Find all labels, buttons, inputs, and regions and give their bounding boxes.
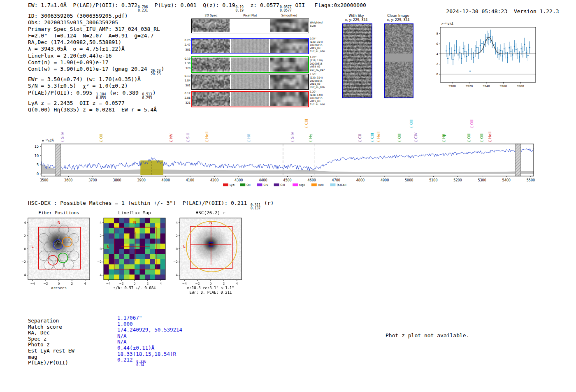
text-segment: LineFlux = 2.20(±0.44)e-16 (28, 53, 112, 59)
text-segment: 18.33(18.15,18.54)R (117, 351, 176, 357)
data-point (458, 54, 459, 56)
axis-tick-label: 4300 (235, 179, 243, 182)
text-segment: Cont(n) = 1.90(±0.09)e-17 (28, 59, 109, 65)
emission-line-label: { CIV (414, 132, 418, 142)
data-point (504, 48, 505, 49)
match-row-value: N/A (117, 339, 182, 345)
axis-tick-label: 2 (71, 282, 73, 285)
compass-east-label: E (107, 244, 109, 248)
emission-line-label: { NV (169, 133, 173, 142)
axis-tick-label: −2 (21, 260, 26, 264)
pixel-flat-image (231, 92, 269, 106)
axis-tick-label: 3700 (88, 179, 97, 182)
smoothed-image (270, 19, 308, 32)
axis-tick-label: 0 (24, 247, 26, 251)
cutout-row-scale-labels: 0.191.38320 (180, 57, 190, 71)
axis-tick-label: −4 (21, 273, 26, 277)
data-point (487, 37, 488, 38)
sup-sub-value: 0.3110.137 (251, 204, 260, 211)
legend-swatch (330, 183, 335, 186)
full-spectrum-chart: 3500360037003800390040004100420043004400… (25, 110, 560, 197)
cutout-row-annotation: 1.20"(228, 149)20200315v015_03317_RL_016 (310, 90, 335, 106)
info-line: LineFlux = 2.20(±0.44)e-16 (28, 53, 164, 59)
match-row-value: 18.33(18.15,18.54)R (117, 351, 182, 357)
emission-line-label: { HeII (488, 132, 492, 142)
emission-line-label: { OIII (480, 132, 484, 142)
axis-tick-label: −4 (97, 273, 102, 277)
data-point (511, 51, 512, 52)
axis-tick-label: 3500 (40, 179, 48, 182)
axis-tick-label: 2 (176, 234, 178, 238)
data-point (466, 56, 467, 57)
2d-spec-image (192, 39, 230, 53)
match-row-value: 0.212 0.3360.14 (117, 357, 182, 363)
text-segment: 1.17067" (117, 315, 142, 321)
axis-tick-label: −2 (97, 260, 102, 264)
info-line: F=2.0" T=0.124 N=2.07 A=0.91 g=24.7 (28, 32, 164, 39)
cutout-row-annotation: 1.25"(228, 158)20200315v035_02317_RL_017 (310, 56, 335, 72)
text-segment: 1.000 (117, 321, 133, 327)
legend-label: CIV (263, 183, 268, 187)
data-point (500, 50, 502, 51)
emission-line-label: { CIII (304, 119, 309, 128)
axis-tick-label: −4 (173, 273, 178, 277)
legend-label: Lyα (230, 183, 235, 187)
match-row-label: Spec z (28, 336, 74, 342)
smoothed-image (270, 58, 308, 72)
info-line: λ = 3943.05Å σ = 4.75(±1.22)Å (28, 46, 164, 52)
smoothed-image (270, 75, 308, 89)
pixel-flat-image (231, 39, 269, 53)
text-segment: P(Lyα): 0.001 Q(z): 0.19 (148, 2, 235, 8)
spectrum-line (41, 148, 533, 170)
axis-tick-label: 5400 (502, 179, 511, 182)
fiber-circle (64, 242, 74, 252)
axis-tick-label: 4 (160, 282, 162, 285)
smoothed-image (270, 39, 308, 53)
data-point (459, 52, 460, 53)
axis-tick-label: −4 (106, 282, 111, 285)
text-segment: λ = 3943.05Å σ = 4.75(±1.22)Å (28, 46, 125, 52)
axis-tick-label: 0 (100, 247, 102, 251)
data-point (480, 45, 481, 46)
legend-swatch (240, 183, 245, 186)
emission-line-label: { OIII (470, 118, 474, 128)
text-segment: z: 0.0577 (244, 2, 279, 8)
data-point (516, 49, 517, 50)
legend-swatch (293, 183, 298, 186)
data-point (485, 40, 486, 41)
sup-sub-value: 0.5130.293 (142, 93, 152, 100)
emission-line-label: { OIII (397, 132, 402, 142)
cutout-row-scale-labels: 0.122.86321 (180, 91, 190, 105)
clean-image (384, 23, 413, 98)
info-line: EWr = 3.50(±0.74) (w: 1.70(±0.35))Å (28, 76, 164, 83)
line-fit-chart: 3900392039403960398002468e⁻¹⁷x2Å (428, 20, 539, 90)
axis-tick-label: 0 (176, 247, 178, 251)
cutout-row (191, 74, 309, 90)
text-segment: RA,Dec (174.240982,50.538891) (28, 39, 121, 45)
match-row-label: Separation (28, 318, 74, 324)
axis-tick-label: 5100 (429, 179, 437, 182)
smoothed-image (270, 92, 308, 106)
text-segment: 174.240929, 50.539214 (117, 327, 182, 333)
axis-tick-label: 5 (37, 163, 39, 167)
axis-tick-label: 4 (84, 282, 86, 285)
cutout-row (191, 56, 309, 73)
match-row-label: Photo z (28, 342, 74, 348)
2d-spec-image (192, 92, 230, 106)
data-point (490, 36, 491, 37)
fiber-circle (54, 260, 64, 270)
compass-north-label: N (58, 220, 60, 225)
fiber-circle (39, 233, 49, 243)
emission-line-label: { SiII (186, 133, 190, 142)
axis-tick-label: 2 (223, 282, 225, 285)
cutout-col-header: 2D Spec (192, 14, 230, 17)
axis-tick-label: 4 (100, 221, 102, 225)
data-point (519, 56, 520, 58)
axis-tick-label: 4900 (381, 179, 389, 182)
axis-tick-label: 4 (437, 53, 439, 56)
timestamp: 2024-12-30 05:48:23 (446, 8, 507, 14)
cutout-row-scale-labels: 0.131.84301 (180, 74, 190, 88)
error-band (41, 165, 534, 174)
axis-tick-label: 3900 (137, 179, 145, 182)
compass-east-label: E (183, 244, 186, 248)
